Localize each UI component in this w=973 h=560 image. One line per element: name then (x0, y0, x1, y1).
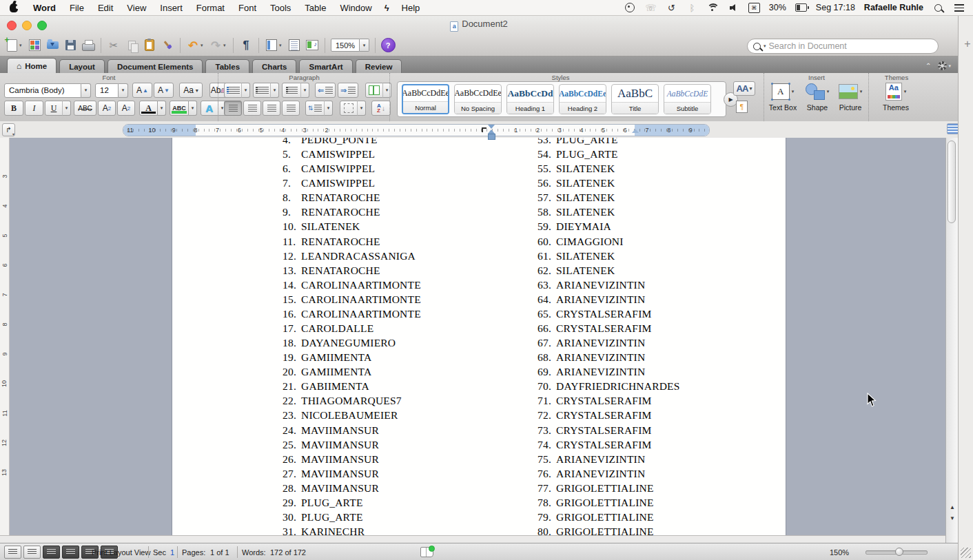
user-menu[interactable]: Rafaelle Ruhle (864, 3, 923, 12)
left-indent-marker[interactable] (488, 134, 495, 140)
justify-button[interactable] (282, 101, 300, 116)
document-proxy-icon[interactable]: a (450, 21, 458, 32)
list-item[interactable]: 9. RENATAROCHE (283, 205, 421, 219)
ribbon-tab[interactable]: Tables (205, 59, 249, 73)
ribbon-tab[interactable]: Charts (252, 59, 296, 73)
list-item[interactable]: 79. GRIGOLETTIALINE (537, 510, 680, 524)
list-item[interactable]: 21. GABIIMENTA (283, 379, 421, 393)
title-bar[interactable]: aDocument2 (0, 15, 958, 35)
superscript-button[interactable]: A2 (98, 101, 116, 116)
list-item[interactable]: 66. CRYSTALSERAFIM (537, 321, 680, 335)
input-menu-icon[interactable]: ⌘ (748, 2, 760, 13)
list-item[interactable]: 30. PLUG_ARTE (283, 510, 421, 524)
sort-button[interactable]: AZ ↓ (371, 101, 391, 116)
list-item[interactable]: 6. CAMISWIPPEL (283, 161, 421, 176)
new-document-button[interactable] (3, 37, 21, 54)
ribbon-tab[interactable]: Document Elements (107, 59, 203, 73)
multilevel-list-dropdown[interactable]: ▾ (300, 83, 309, 98)
list-item[interactable]: 65. CRYSTALSERAFIM (537, 307, 680, 321)
columns-button[interactable] (365, 83, 383, 98)
list-item[interactable]: 73. CRYSTALSERAFIM (537, 423, 680, 437)
list-item[interactable]: 29. PLUG_ARTE (283, 495, 421, 510)
numbering-dropdown[interactable]: ▾ (270, 83, 279, 98)
list-item[interactable]: 59. DIEYMAIA (537, 219, 680, 234)
list-item[interactable]: 69. ARIANEVIZINTIN (537, 364, 680, 379)
list-item[interactable]: 77. GRIGOLETTIALINE (537, 481, 680, 495)
ribbon-settings-button[interactable]: ▾ (938, 61, 951, 70)
zoom-slider[interactable] (866, 550, 928, 554)
document-map-button[interactable] (285, 37, 303, 54)
vertical-scrollbar[interactable]: ▲ ▼ (945, 138, 958, 543)
list-item[interactable]: 25. MAVIIMANSUR (283, 437, 421, 452)
redo-button[interactable]: ↷ (207, 37, 225, 54)
borders-button[interactable] (340, 101, 358, 116)
list-item[interactable]: 53. PLUG_ARTE (537, 138, 680, 147)
style-card[interactable]: AaBbC Title (611, 84, 659, 114)
indent-markers[interactable] (488, 125, 495, 140)
list-item[interactable]: 55. SILATENEK (537, 161, 680, 176)
spelling-status-icon[interactable] (420, 547, 433, 557)
list-item[interactable]: 56. SILATENEK (537, 176, 680, 190)
list-item[interactable]: 8. RENATAROCHE (283, 190, 421, 205)
volume-icon[interactable] (728, 2, 739, 13)
align-left-button[interactable] (224, 101, 242, 116)
pages-value[interactable]: 1 of 1 (210, 543, 229, 560)
ribbon-tab[interactable]: Home (7, 58, 57, 73)
ribbon-tab[interactable]: SmartArt (299, 59, 352, 73)
view-mode-button[interactable] (43, 546, 60, 559)
list-item[interactable]: 78. GRIGOLETTIALINE (537, 495, 680, 510)
section-value[interactable]: 1 (170, 543, 174, 560)
list-item[interactable]: 10. SILATENEK (283, 219, 421, 234)
horizontal-ruler[interactable]: 111098765432 123456789 (123, 124, 710, 136)
gallery-button[interactable] (25, 37, 43, 54)
grow-font-button[interactable]: A▲ (132, 83, 152, 98)
notification-center-icon[interactable] (953, 2, 965, 13)
italic-button[interactable]: I (25, 101, 43, 116)
paste-button[interactable] (141, 37, 158, 54)
text-effects-gallery-button[interactable]: AA▾ (733, 81, 755, 96)
words-value[interactable]: 172 of 172 (270, 543, 306, 560)
menu-item[interactable]: Word (26, 0, 63, 15)
phone-icon[interactable]: ☏ (645, 2, 657, 13)
list-item[interactable]: 24. MAVIIMANSUR (283, 423, 421, 437)
list-item[interactable]: 54. PLUG_ARTE (537, 147, 680, 161)
list-item[interactable]: 15. CAROLINAARTIMONTE (283, 292, 421, 307)
themes-button[interactable]: Aa▾ Themes (879, 81, 913, 112)
view-mode-button[interactable] (62, 546, 79, 559)
list-item[interactable]: 62. SILATENEK (537, 263, 680, 278)
menu-item[interactable]: Insert (153, 0, 190, 15)
align-center-button[interactable] (243, 101, 261, 116)
menu-item[interactable]: View (120, 0, 153, 15)
cut-button[interactable]: ✂ (105, 37, 123, 54)
list-item[interactable]: 57. SILATENEK (537, 190, 680, 205)
insert-text-box-button[interactable]: A▾ Text Box (766, 81, 800, 112)
menu-item[interactable]: Table (298, 0, 333, 15)
view-mode-label[interactable]: Print Layout View (92, 543, 150, 560)
list-item[interactable]: 58. SILATENEK (537, 205, 680, 219)
increase-indent-button[interactable]: ⇒ (338, 83, 358, 98)
align-right-button[interactable] (263, 101, 280, 116)
time-machine-icon[interactable]: ↺ (666, 2, 677, 13)
print-button[interactable] (79, 37, 97, 54)
media-browser-button[interactable] (303, 37, 321, 54)
view-mode-button[interactable] (23, 546, 41, 559)
paragraph-settings-button[interactable]: ¶ (736, 101, 748, 113)
bullets-dropdown[interactable]: ▾ (241, 83, 250, 98)
menu-item-help[interactable]: Help (395, 0, 427, 15)
style-card[interactable]: AaBbCcDdEe No Spacing (454, 84, 502, 114)
list-item[interactable]: 27. MAVIIMANSUR (283, 466, 421, 481)
list-item[interactable]: 19. GAMIIMENTA (283, 350, 421, 364)
zoom-dropdown[interactable]: ▾ (360, 39, 369, 52)
undo-button[interactable]: ↶ (184, 37, 202, 54)
shrink-font-button[interactable]: A▼ (154, 83, 174, 98)
strikethrough-button[interactable]: ABC (74, 101, 96, 116)
list-item[interactable]: 70. DAYFRIEDRICHNARDES (537, 379, 680, 393)
menu-item[interactable]: File (63, 0, 91, 15)
zoom-value-field[interactable]: 150% (331, 39, 360, 52)
bullets-button[interactable] (224, 83, 242, 98)
copy-button[interactable] (123, 37, 141, 54)
list-item[interactable]: 23. NICOLEBAUMEIER (283, 408, 421, 422)
list-item[interactable]: 64. ARIANEVIZINTIN (537, 292, 680, 307)
save-button[interactable] (61, 37, 79, 54)
list-item[interactable]: 20. GAMIIMENTA (283, 364, 421, 379)
